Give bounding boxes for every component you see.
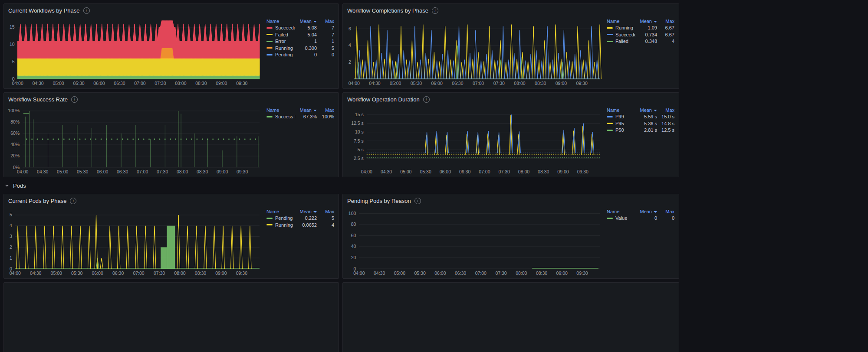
panel-partial-left bbox=[3, 282, 339, 352]
legend-series-toggle[interactable]: Running bbox=[266, 222, 295, 228]
legend-col-name[interactable]: Name bbox=[607, 19, 619, 24]
legend-col-name[interactable]: Name bbox=[266, 19, 279, 24]
legend-series-toggle[interactable]: Success Rate bbox=[266, 114, 295, 119]
legend-series-toggle[interactable]: Failed bbox=[266, 32, 295, 37]
panel-current-pods-by-phase: Current Pods by Phasei01234504:0004:3005… bbox=[3, 194, 339, 279]
legend-series-toggle[interactable]: Succeeded bbox=[607, 32, 635, 37]
svg-text:08:30: 08:30 bbox=[195, 271, 206, 276]
svg-text:04:30: 04:30 bbox=[374, 271, 385, 276]
svg-text:05:00: 05:00 bbox=[394, 271, 405, 276]
svg-text:15: 15 bbox=[10, 24, 15, 29]
legend-series-toggle[interactable]: P95 bbox=[607, 121, 635, 126]
svg-text:05:30: 05:30 bbox=[411, 81, 422, 86]
legend-col-max[interactable]: Max bbox=[317, 209, 334, 214]
panel-header: Workflow Completions by Phasei bbox=[343, 4, 679, 17]
chart-current-workflows-by-phase[interactable]: 05101504:0004:3005:0005:3006:0006:3007:0… bbox=[8, 17, 262, 87]
chart-workflow-success-rate[interactable]: 0%20%40%60%80%100%04:0004:3005:0005:3006… bbox=[8, 106, 262, 175]
legend-max-value: 4 bbox=[657, 39, 674, 44]
series-color-icon bbox=[607, 218, 613, 219]
legend-header: NameMeanMax bbox=[607, 208, 674, 215]
legend-col-name[interactable]: Name bbox=[607, 209, 619, 214]
svg-text:05:00: 05:00 bbox=[57, 169, 68, 174]
legend-series-toggle[interactable]: P99 bbox=[607, 114, 635, 119]
legend-col-mean[interactable]: Mean bbox=[635, 19, 657, 24]
panel-title[interactable]: Workflow Success Rate bbox=[8, 96, 68, 103]
panel-body: 02040608010004:0004:3005:0005:3006:0006:… bbox=[343, 207, 679, 278]
svg-text:09:00: 09:00 bbox=[216, 81, 227, 86]
panel-title[interactable]: Current Workflows by Phase bbox=[8, 7, 80, 14]
panel-title[interactable]: Current Pods by Phase bbox=[8, 198, 66, 204]
svg-text:1: 1 bbox=[10, 255, 12, 261]
legend-col-name[interactable]: Name bbox=[266, 209, 279, 214]
panel-title[interactable]: Workflow Completions by Phase bbox=[347, 7, 428, 14]
svg-text:06:00: 06:00 bbox=[92, 271, 103, 276]
svg-text:06:30: 06:30 bbox=[459, 169, 470, 174]
svg-text:2: 2 bbox=[10, 244, 12, 250]
legend-mean-value: 5.04 bbox=[295, 32, 317, 37]
panel-body: 24604:0004:3005:0005:3006:0006:3007:0007… bbox=[343, 17, 679, 88]
info-icon[interactable]: i bbox=[432, 7, 438, 14]
legend-mean-value: 0 bbox=[635, 215, 657, 221]
legend-series-toggle[interactable]: Value bbox=[607, 215, 635, 221]
legend-series-toggle[interactable]: Running bbox=[266, 46, 295, 51]
svg-text:4: 4 bbox=[10, 223, 12, 228]
info-icon[interactable]: i bbox=[70, 198, 76, 204]
svg-text:05:30: 05:30 bbox=[73, 81, 84, 86]
legend-header: NameMeanMax bbox=[607, 107, 674, 114]
legend-col-mean[interactable]: Mean bbox=[635, 108, 657, 113]
svg-text:20%: 20% bbox=[10, 153, 20, 158]
legend-series-toggle[interactable]: Pending bbox=[266, 215, 295, 221]
legend-row: Running1.096.67 bbox=[607, 25, 674, 32]
legend-series-toggle[interactable]: Failed bbox=[607, 39, 635, 44]
legend-col-name[interactable]: Name bbox=[607, 108, 619, 113]
svg-text:04:30: 04:30 bbox=[30, 271, 41, 276]
svg-text:08:00: 08:00 bbox=[177, 169, 188, 174]
legend-col-mean[interactable]: Mean bbox=[295, 19, 317, 24]
svg-text:09:00: 09:00 bbox=[217, 169, 228, 174]
svg-text:04:30: 04:30 bbox=[37, 169, 48, 174]
panel-title[interactable]: Workflow Operation Duration bbox=[347, 96, 420, 103]
info-icon[interactable]: i bbox=[423, 96, 430, 103]
legend-header: NameMeanMax bbox=[266, 208, 334, 215]
svg-text:08:30: 08:30 bbox=[538, 169, 549, 174]
svg-text:80: 80 bbox=[351, 222, 356, 227]
chart-workflow-operation-duration[interactable]: 2.5 s5 s7.5 s10 s12.5 s15 s04:0004:3005:… bbox=[347, 106, 602, 175]
legend: NameMeanMaxValue00 bbox=[602, 207, 676, 277]
series-color-icon bbox=[607, 123, 613, 124]
svg-text:09:30: 09:30 bbox=[236, 81, 247, 86]
panel-current-workflows-by-phase: Current Workflows by Phasei05101504:0004… bbox=[3, 3, 339, 89]
legend-series-toggle[interactable]: Pending bbox=[266, 52, 295, 57]
legend-series-toggle[interactable]: P50 bbox=[607, 127, 635, 133]
row-header-pods[interactable]: Pods bbox=[4, 181, 677, 190]
legend-col-mean[interactable]: Mean bbox=[295, 108, 317, 113]
svg-text:06:00: 06:00 bbox=[93, 81, 105, 86]
svg-text:08:00: 08:00 bbox=[175, 81, 186, 86]
panel-body: 01234504:0004:3005:0005:3006:0006:3007:0… bbox=[4, 207, 339, 278]
svg-text:08:30: 08:30 bbox=[197, 169, 208, 174]
info-icon[interactable]: i bbox=[83, 7, 90, 14]
svg-text:09:00: 09:00 bbox=[556, 271, 568, 276]
svg-text:04:00: 04:00 bbox=[10, 271, 21, 276]
legend-series-toggle[interactable]: Error bbox=[266, 39, 295, 44]
svg-text:06:00: 06:00 bbox=[440, 169, 451, 174]
legend-col-max[interactable]: Max bbox=[657, 108, 674, 113]
legend-col-max[interactable]: Max bbox=[657, 209, 674, 214]
legend-series-toggle[interactable]: Running bbox=[607, 25, 635, 30]
legend-col-max[interactable]: Max bbox=[657, 19, 674, 24]
legend-col-mean[interactable]: Mean bbox=[295, 209, 317, 214]
info-icon[interactable]: i bbox=[71, 96, 78, 103]
panel-header: Workflow Success Ratei bbox=[4, 93, 339, 106]
legend-series-toggle[interactable]: Succeeded bbox=[266, 25, 295, 30]
legend-col-mean[interactable]: Mean bbox=[635, 209, 657, 214]
panel-body: 0%20%40%60%80%100%04:0004:3005:0005:3006… bbox=[4, 106, 339, 177]
legend-col-name[interactable]: Name bbox=[266, 108, 279, 113]
chart-pending-pods-by-reason[interactable]: 02040608010004:0004:3005:0005:3006:0006:… bbox=[347, 207, 602, 277]
svg-text:07:30: 07:30 bbox=[155, 81, 166, 86]
chart-current-pods-by-phase[interactable]: 01234504:0004:3005:0005:3006:0006:3007:0… bbox=[8, 207, 262, 277]
panel-title[interactable]: Pending Pods by Reason bbox=[347, 198, 411, 204]
legend-col-max[interactable]: Max bbox=[317, 108, 334, 113]
chart-workflow-completions-by-phase[interactable]: 24604:0004:3005:0005:3006:0006:3007:0007… bbox=[347, 17, 602, 87]
legend-col-max[interactable]: Max bbox=[317, 19, 334, 24]
svg-text:12.5 s: 12.5 s bbox=[351, 121, 364, 126]
info-icon[interactable]: i bbox=[414, 198, 421, 204]
